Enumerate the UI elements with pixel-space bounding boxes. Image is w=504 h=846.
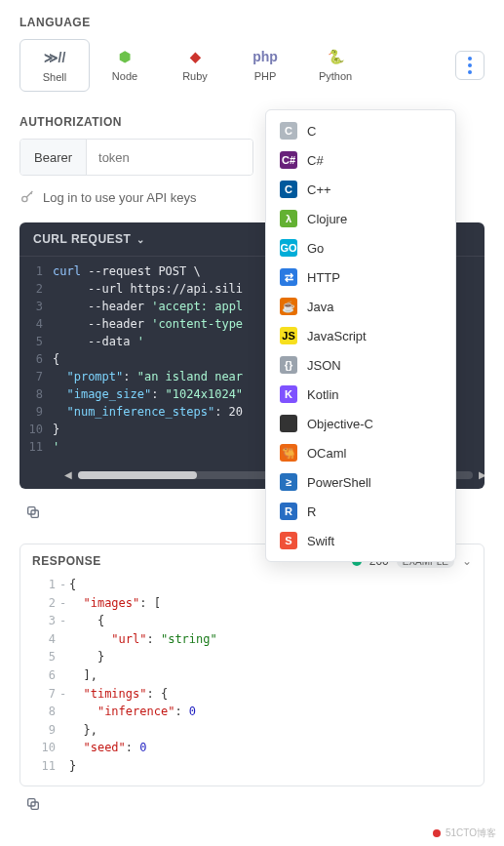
dropdown-item-kotlin[interactable]: KKotlin (266, 380, 455, 409)
line-number: 11 (19, 438, 53, 456)
lang-icon: R (280, 503, 297, 520)
svg-point-5 (433, 829, 441, 837)
line-number: 10 (19, 421, 53, 438)
line-code: } (53, 421, 59, 438)
chevron-down-icon[interactable]: ⌄ (462, 554, 472, 568)
response-panel: RESPONSE 200 EXAMPLE ⌄ 1-{2- "images": [… (19, 544, 485, 786)
dropdown-item-http[interactable]: ⇄HTTP (266, 262, 455, 292)
dropdown-item-swift[interactable]: SSwift (266, 526, 455, 555)
svg-point-0 (22, 196, 27, 201)
auth-token-input[interactable] (87, 140, 253, 175)
lang-icon (280, 415, 297, 432)
dropdown-item-label: Kotlin (307, 387, 339, 402)
scrollbar-thumb[interactable] (78, 471, 197, 479)
line-code: --header 'content-type (53, 315, 243, 333)
lang-icon: ≥ (280, 473, 297, 491)
line-code: --header 'accept: appl (53, 298, 243, 315)
line-number: 3 (19, 298, 53, 315)
line-number: 8 (19, 385, 53, 403)
line-code: --data ' (53, 333, 144, 350)
dropdown-item-label: JSON (307, 358, 341, 373)
dropdown-item-java[interactable]: ☕Java (266, 292, 455, 321)
line-number: 8 (32, 703, 59, 721)
line-code: ], (69, 666, 97, 685)
response-line: 4 "url": "string" (32, 630, 472, 649)
authorization-row: Bearer (19, 139, 253, 176)
line-code: { (53, 350, 59, 368)
lang-icon: JS (280, 327, 297, 344)
lang-tab-ruby[interactable]: ◆Ruby (160, 39, 230, 92)
copy-button[interactable] (19, 499, 47, 526)
dropdown-item-label: Clojure (307, 212, 347, 226)
login-hint-text: Log in to use your API keys (43, 190, 197, 205)
line-number: 7 (32, 685, 59, 704)
dropdown-item-label: C++ (307, 182, 331, 197)
dropdown-item-javascript[interactable]: JSJavaScript (266, 321, 455, 350)
line-code: { (69, 612, 104, 630)
dropdown-item-label: Java (307, 300, 333, 314)
lang-tab-label: Python (319, 70, 352, 82)
dropdown-item-c-[interactable]: CC++ (266, 175, 455, 204)
dropdown-item-powershell[interactable]: ≥PowerShell (266, 467, 455, 497)
line-code: "image_size": "1024x1024" (53, 385, 243, 403)
line-code: { (69, 576, 76, 594)
response-title: RESPONSE (32, 554, 101, 568)
line-code: curl --request POST \ (53, 262, 201, 280)
dropdown-item-label: Go (307, 241, 324, 256)
dropdown-item-r[interactable]: RR (266, 497, 455, 526)
line-number: 9 (19, 403, 53, 421)
response-line: 7- "timings": { (32, 685, 472, 704)
fold-marker: - (59, 612, 69, 630)
auth-scheme-label[interactable]: Bearer (20, 140, 87, 175)
lang-tab-label: Ruby (182, 70, 208, 82)
line-code: "timings": { (69, 685, 168, 704)
fold-marker: - (59, 594, 69, 613)
watermark: 51CTO博客 (432, 826, 496, 840)
lang-icon: λ (280, 210, 297, 227)
dropdown-item-json[interactable]: {}JSON (266, 350, 455, 380)
lang-icon: C# (280, 151, 297, 169)
copy-icon (25, 504, 41, 520)
language-dropdown: CCC#C#CC++λClojureGOGo⇄HTTP☕JavaJSJavaSc… (265, 109, 456, 562)
ruby-icon: ◆ (185, 47, 205, 66)
response-line: 2- "images": [ (32, 594, 472, 613)
node-icon: ⬢ (115, 47, 135, 66)
language-section-label: LANGUAGE (19, 16, 485, 29)
line-number: 4 (19, 315, 53, 333)
line-number: 10 (32, 739, 59, 757)
line-code: "prompt": "an island near (53, 368, 243, 385)
language-tabs: ≫//Shell⬢Node◆RubyphpPHP🐍Python (19, 39, 485, 92)
key-icon (19, 189, 35, 205)
copy-response-button[interactable] (19, 790, 47, 818)
response-line: 9 }, (32, 721, 472, 740)
lang-icon: GO (280, 239, 297, 257)
lang-tab-php[interactable]: phpPHP (230, 39, 300, 92)
lang-tab-node[interactable]: ⬢Node (90, 39, 160, 92)
response-line: 1-{ (32, 576, 472, 594)
dropdown-item-label: C (307, 124, 316, 139)
lang-tab-shell[interactable]: ≫//Shell (19, 39, 90, 92)
line-code: } (69, 648, 104, 666)
response-line: 6 ], (32, 666, 472, 685)
dropdown-item-label: HTTP (307, 270, 340, 285)
line-number: 1 (32, 576, 59, 594)
line-code: }, (69, 721, 97, 740)
lang-icon: 🐫 (280, 444, 297, 462)
line-number: 3 (32, 612, 59, 630)
line-code: --url https://api.sili (53, 280, 243, 298)
dropdown-item-c[interactable]: CC (266, 116, 455, 145)
line-number: 5 (19, 333, 53, 350)
dropdown-item-c-[interactable]: C#C# (266, 145, 455, 175)
dropdown-item-clojure[interactable]: λClojure (266, 204, 455, 233)
more-languages-button[interactable] (455, 51, 485, 80)
line-number: 11 (32, 757, 59, 776)
dropdown-item-ocaml[interactable]: 🐫OCaml (266, 438, 455, 467)
dropdown-item-go[interactable]: GOGo (266, 233, 455, 262)
dropdown-item-label: JavaScript (307, 329, 367, 343)
dropdown-item-objective-c[interactable]: Objective-C (266, 409, 455, 438)
lang-icon: C (280, 181, 297, 198)
response-line: 8 "inference": 0 (32, 703, 472, 721)
lang-tab-python[interactable]: 🐍Python (300, 39, 370, 92)
line-number: 5 (32, 648, 59, 666)
shell-icon: ≫// (45, 48, 64, 67)
